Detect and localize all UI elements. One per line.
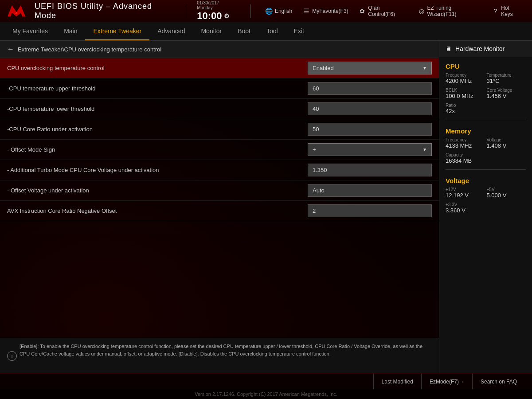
nav-extreme-tweaker[interactable]: Extreme Tweaker [85, 22, 149, 40]
header-divider [186, 4, 186, 18]
setting-row-cpu-temp-upper[interactable]: -CPU temperature upper threshold 60 [0, 78, 439, 99]
setting-label-cpu-overclocking: CPU overclocking temperature control [7, 65, 308, 71]
footer-buttons: Last Modified EzMode(F7)→ Search on FAQ [373, 374, 525, 390]
v12-stat: +12V 12.192 V [446, 187, 485, 199]
main-panel: ← Extreme Tweaker\CPU overclocking tempe… [0, 41, 439, 373]
setting-label-offset-voltage: - Offset Voltage under activation [7, 187, 308, 194]
setting-row-offset-mode[interactable]: - Offset Mode Sign + ▼ [0, 140, 439, 160]
search-faq-button[interactable]: Search on FAQ [472, 374, 525, 390]
memory-voltage-stat: Voltage 1.408 V [487, 137, 526, 149]
qfan-icon: ✿ [359, 8, 366, 15]
setting-row-cpu-overclocking[interactable]: CPU overclocking temperature control Ena… [0, 58, 439, 78]
header: UEFI BIOS Utility – Advanced Mode 01/30/… [0, 0, 532, 22]
setting-label-avx: AVX Instruction Core Ratio Negative Offs… [7, 207, 308, 214]
hardware-monitor-title: Hardware Monitor [455, 45, 505, 52]
cpu-bclk-stat: BCLK 100.0 MHz [446, 88, 485, 99]
setting-value-cpu-core-ratio: 50 [308, 123, 432, 136]
myfavorite-icon: ☰ [303, 8, 310, 15]
svg-marker-0 [8, 5, 25, 16]
rog-logo [5, 3, 27, 19]
offset-mode-dropdown[interactable]: + ▼ [308, 143, 432, 156]
cpu-temperature-stat: Temperature 31°C [487, 73, 526, 84]
cpu-overclocking-dropdown[interactable]: Enabled ▼ [308, 62, 432, 74]
time-display: 10:00 ⚙ [197, 10, 236, 22]
nav-monitor[interactable]: Monitor [193, 22, 230, 40]
version-bar: Version 2.17.1246. Copyright (C) 2017 Am… [0, 389, 532, 399]
setting-value-offset-voltage: Auto [308, 184, 432, 197]
turbo-voltage-input[interactable]: 1.350 [308, 164, 432, 176]
back-button[interactable]: ← [7, 45, 14, 53]
cpu-frequency-stat: Frequency 4200 MHz [446, 73, 485, 84]
hotkeys-icon: ? [492, 8, 499, 15]
cpu-memory-divider [446, 120, 526, 120]
setting-label-cpu-temp-upper: -CPU temperature upper threshold [7, 85, 308, 92]
setting-value-turbo-voltage: 1.350 [308, 164, 432, 176]
hardware-monitor-header: 🖥 Hardware Monitor [439, 41, 532, 57]
nav-myfavorites[interactable]: My Favorites [4, 22, 56, 40]
footer: Last Modified EzMode(F7)→ Search on FAQ [0, 373, 532, 389]
cpu-section-title: CPU [439, 57, 532, 73]
cpu-stats: Frequency 4200 MHz Temperature 31°C BCLK… [439, 73, 532, 118]
setting-row-avx[interactable]: AVX Instruction Core Ratio Negative Offs… [0, 201, 439, 221]
memory-section-title: Memory [439, 122, 532, 137]
voltage-stats: +12V 12.192 V +5V 5.000 V +3.3V 3.360 V [439, 187, 532, 217]
app-title: UEFI BIOS Utility – Advanced Mode [35, 2, 175, 20]
qfan-button[interactable]: ✿ Qfan Control(F6) [355, 3, 412, 19]
eztuning-button[interactable]: ◎ EZ Tuning Wizard(F11) [414, 3, 486, 19]
setting-row-cpu-temp-lower[interactable]: -CPU temperature lower threshold 40 [0, 99, 439, 119]
date-text: 01/30/2017 Monday [197, 0, 236, 10]
language-icon: 🌐 [266, 8, 273, 15]
setting-value-cpu-temp-upper: 60 [308, 82, 432, 95]
v33-stat: +3.3V 3.360 V [446, 202, 485, 214]
setting-value-avx: 2 [308, 204, 432, 217]
hotkeys-button[interactable]: ? Hot Keys [487, 3, 527, 19]
setting-label-turbo-voltage: - Additional Turbo Mode CPU Core Voltage… [7, 167, 308, 173]
cpu-core-voltage-stat: Core Voltage 1.456 V [487, 88, 526, 99]
last-modified-button[interactable]: Last Modified [373, 374, 421, 390]
setting-value-cpu-temp-lower: 40 [308, 102, 432, 115]
nav-exit[interactable]: Exit [286, 22, 312, 40]
memory-voltage-divider [446, 169, 526, 170]
memory-frequency-stat: Frequency 4133 MHz [446, 137, 485, 149]
language-button[interactable]: 🌐 English [261, 6, 297, 16]
setting-value-cpu-overclocking[interactable]: Enabled ▼ [308, 62, 432, 74]
settings-gear-icon[interactable]: ⚙ [224, 12, 230, 20]
memory-capacity-stat: Capacity 16384 MB [446, 153, 526, 164]
navigation-bar: My Favorites Main Extreme Tweaker Advanc… [0, 22, 532, 41]
header-toolbar: 🌐 English ☰ MyFavorite(F3) ✿ Qfan Contro… [261, 3, 527, 19]
settings-list: CPU overclocking temperature control Ena… [0, 58, 439, 338]
myfavorite-button[interactable]: ☰ MyFavorite(F3) [298, 6, 352, 16]
eztuning-icon: ◎ [418, 8, 425, 15]
monitor-icon: 🖥 [446, 45, 452, 52]
setting-row-cpu-core-ratio[interactable]: -CPU Core Ratio under activation 50 [0, 119, 439, 140]
setting-value-offset-mode[interactable]: + ▼ [308, 143, 432, 156]
breadcrumb: ← Extreme Tweaker\CPU overclocking tempe… [0, 41, 439, 58]
setting-label-offset-mode: - Offset Mode Sign [7, 146, 308, 153]
info-section: i [Enable]: To enable the CPU overclocki… [0, 338, 439, 373]
cpu-temp-lower-input[interactable]: 40 [308, 102, 432, 115]
datetime-block: 01/30/2017 Monday 10:00 ⚙ [197, 0, 236, 22]
nav-main[interactable]: Main [56, 22, 85, 40]
setting-row-turbo-voltage[interactable]: - Additional Turbo Mode CPU Core Voltage… [0, 160, 439, 180]
hardware-monitor-panel: 🖥 Hardware Monitor CPU Frequency 4200 MH… [439, 41, 532, 373]
setting-row-offset-voltage[interactable]: - Offset Voltage under activation Auto [0, 180, 439, 201]
ezmode-button[interactable]: EzMode(F7)→ [421, 374, 472, 390]
avx-input[interactable]: 2 [308, 204, 432, 217]
nav-boot[interactable]: Boot [230, 22, 258, 40]
offset-voltage-input[interactable]: Auto [308, 184, 432, 197]
cpu-core-ratio-input[interactable]: 50 [308, 123, 432, 136]
info-icon: i [7, 351, 17, 361]
nav-advanced[interactable]: Advanced [149, 22, 193, 40]
setting-label-cpu-core-ratio: -CPU Core Ratio under activation [7, 126, 308, 133]
nav-tool[interactable]: Tool [258, 22, 286, 40]
memory-stats: Frequency 4133 MHz Voltage 1.408 V Capac… [439, 137, 532, 168]
cpu-temp-upper-input[interactable]: 60 [308, 82, 432, 95]
header-divider-2 [250, 4, 250, 18]
v5-stat: +5V 5.000 V [487, 187, 526, 199]
info-text: [Enable]: To enable the CPU overclocking… [20, 343, 432, 357]
cpu-ratio-stat: Ratio 42x [446, 103, 485, 114]
dropdown-chevron-2-icon: ▼ [422, 147, 427, 152]
dropdown-chevron-icon: ▼ [422, 66, 427, 70]
setting-label-cpu-temp-lower: -CPU temperature lower threshold [7, 106, 308, 112]
voltage-section-title: Voltage [439, 172, 532, 187]
